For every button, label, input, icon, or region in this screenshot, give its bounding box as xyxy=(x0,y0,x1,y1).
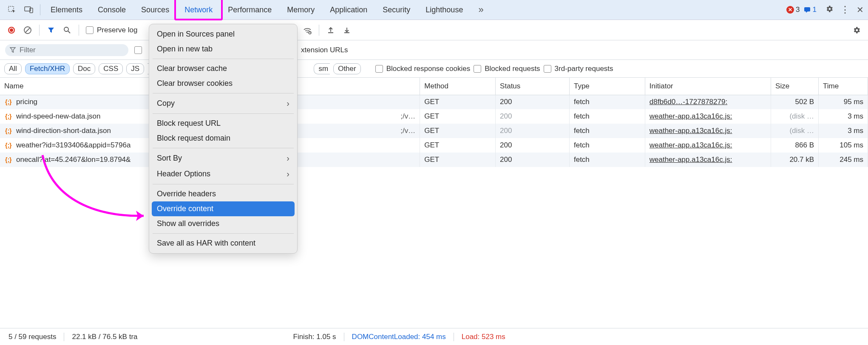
dom-loaded-time: DOMContentLoaded: 454 ms xyxy=(350,333,448,341)
tab-performance[interactable]: Performance xyxy=(220,0,279,20)
menu-item-override-headers[interactable]: Override headers xyxy=(149,187,297,201)
network-conditions-icon[interactable] xyxy=(303,25,312,35)
table-row[interactable]: {;}onecall?lat=45.2467&lon=19.8794&GET20… xyxy=(0,153,868,167)
menu-item-open-in-new-tab[interactable]: Open in new tab xyxy=(149,42,297,57)
cell-status: 200 xyxy=(496,109,570,124)
table-row[interactable]: {;}pricingGET200fetchd8fb6d0…-1727878279… xyxy=(0,95,868,109)
record-button[interactable] xyxy=(7,25,16,35)
divider xyxy=(40,4,40,15)
menu-item-block-request-url[interactable]: Block request URL xyxy=(149,116,297,131)
settings-icon[interactable] xyxy=(825,5,834,15)
cell-initiator[interactable]: weather-app.a13ca16c.js: xyxy=(650,156,732,164)
kebab-menu-icon[interactable]: ⋮ xyxy=(840,4,850,15)
filter-input[interactable]: Filter xyxy=(5,44,128,56)
tab-console[interactable]: Console xyxy=(90,0,133,20)
menu-item-clear-browser-cache[interactable]: Clear browser cache xyxy=(149,61,297,76)
menu-item-copy[interactable]: Copy xyxy=(149,96,297,111)
cell-initiator[interactable]: d8fb6d0…-1727878279: xyxy=(650,98,727,106)
tabs: ElementsConsoleSourcesNetworkPerformance… xyxy=(43,0,471,20)
menu-item-header-options[interactable]: Header Options xyxy=(149,166,297,182)
menu-item-open-in-sources-panel[interactable]: Open in Sources panel xyxy=(149,27,297,42)
col-type[interactable]: Type xyxy=(569,78,645,95)
cell-size: 20.7 kB xyxy=(771,153,819,167)
menu-item-override-content[interactable]: Override content xyxy=(152,201,295,216)
cell-type: fetch xyxy=(569,124,645,138)
inspect-icon[interactable] xyxy=(3,0,20,20)
cell-method: GET xyxy=(420,109,496,124)
request-name: wind-speed-new-data.json xyxy=(16,112,100,121)
cell-time: 3 ms xyxy=(819,109,868,124)
network-settings-icon[interactable] xyxy=(852,25,861,35)
preserve-log-label: Preserve log xyxy=(97,26,137,34)
type-chip-doc[interactable]: Doc xyxy=(73,63,95,74)
blocked-requests-checkbox[interactable]: Blocked requests xyxy=(474,65,540,73)
menu-separator xyxy=(153,93,294,93)
invert-checkbox[interactable] xyxy=(134,46,142,54)
menu-item-show-all-overrides[interactable]: Show all overrides xyxy=(149,216,297,231)
transfer-size: 22.1 kB / 76.5 kB tra xyxy=(70,333,139,341)
tab-elements[interactable]: Elements xyxy=(43,0,90,20)
blocked-cookies-checkbox[interactable]: Blocked response cookies xyxy=(375,65,471,73)
clear-icon[interactable] xyxy=(23,25,32,35)
request-name: weather?id=3193406&appid=5796a xyxy=(16,141,130,150)
type-chip-fetchxhr[interactable]: Fetch/XHR xyxy=(25,63,70,74)
filter-toggle-icon[interactable] xyxy=(46,25,56,35)
cell-initiator[interactable]: weather-app.a13ca16c.js: xyxy=(650,141,732,149)
json-icon: {;} xyxy=(5,156,13,163)
request-path: ;/v… xyxy=(400,127,415,135)
cell-time: 95 ms xyxy=(819,95,868,109)
error-badge[interactable]: ✕ 3 xyxy=(786,6,800,14)
type-chip-css[interactable]: CSS xyxy=(99,63,123,74)
cell-status: 200 xyxy=(496,153,570,167)
table-row[interactable]: {;}wind-direction-short-data.json;/v…GET… xyxy=(0,124,868,138)
preserve-log-checkbox[interactable]: Preserve log xyxy=(86,26,137,34)
tab-memory[interactable]: Memory xyxy=(279,0,322,20)
cell-time: 105 ms xyxy=(819,138,868,153)
menu-separator xyxy=(153,113,294,114)
cell-initiator[interactable]: weather-app.a13ca16c.js: xyxy=(650,127,732,135)
search-icon[interactable] xyxy=(62,25,72,35)
type-chip-other[interactable]: Other xyxy=(333,63,361,74)
table-row[interactable]: {;}wind-speed-new-data.json;/v…GET200fet… xyxy=(0,109,868,124)
menu-separator xyxy=(153,184,294,184)
third-party-checkbox[interactable]: 3rd-party requests xyxy=(544,65,613,73)
network-toolbar: Preserve log xyxy=(0,20,868,40)
download-har-icon[interactable] xyxy=(342,25,352,35)
cell-initiator[interactable]: weather-app.a13ca16c.js: xyxy=(650,112,732,120)
json-icon: {;} xyxy=(5,99,13,105)
close-icon[interactable]: ✕ xyxy=(857,5,864,15)
cell-type: fetch xyxy=(569,95,645,109)
error-icon: ✕ xyxy=(786,6,794,14)
tab-application[interactable]: Application xyxy=(322,0,375,20)
filter-row: Filter xtension URLs xyxy=(0,40,868,60)
cell-size: 866 B xyxy=(771,138,819,153)
menu-item-block-request-domain[interactable]: Block request domain xyxy=(149,131,297,146)
cell-size: 502 B xyxy=(771,95,819,109)
device-toolbar-icon[interactable] xyxy=(20,0,37,20)
message-badge[interactable]: 1 xyxy=(803,6,817,14)
tab-lighthouse[interactable]: Lighthouse xyxy=(418,0,471,20)
col-status[interactable]: Status xyxy=(496,78,570,95)
tabs-overflow[interactable]: » xyxy=(471,0,491,20)
json-icon: {;} xyxy=(5,127,13,134)
cell-status: 200 xyxy=(496,95,570,109)
menu-item-clear-browser-cookies[interactable]: Clear browser cookies xyxy=(149,76,297,91)
menu-item-save-all-as-har-with-content[interactable]: Save all as HAR with content xyxy=(149,236,297,251)
table-row[interactable]: {;}weather?id=3193406&appid=5796aGET200f… xyxy=(0,138,868,153)
network-table: Name Method Status Type Initiator Size T… xyxy=(0,78,868,167)
request-name: onecall?lat=45.2467&lon=19.8794& xyxy=(16,156,130,164)
tab-sources[interactable]: Sources xyxy=(133,0,177,20)
menu-item-sort-by[interactable]: Sort By xyxy=(149,150,297,166)
col-size[interactable]: Size xyxy=(771,78,819,95)
type-chip-partial-right[interactable]: sm xyxy=(314,63,330,74)
type-chip-js[interactable]: JS xyxy=(126,63,144,74)
checkbox-icon xyxy=(86,26,94,34)
tab-security[interactable]: Security xyxy=(375,0,418,20)
tab-network[interactable]: Network xyxy=(177,0,220,20)
col-initiator[interactable]: Initiator xyxy=(645,78,771,95)
upload-har-icon[interactable] xyxy=(326,25,335,35)
request-name: wind-direction-short-data.json xyxy=(16,127,111,135)
col-method[interactable]: Method xyxy=(420,78,496,95)
type-chip-all[interactable]: All xyxy=(4,63,22,74)
col-time[interactable]: Time xyxy=(819,78,868,95)
